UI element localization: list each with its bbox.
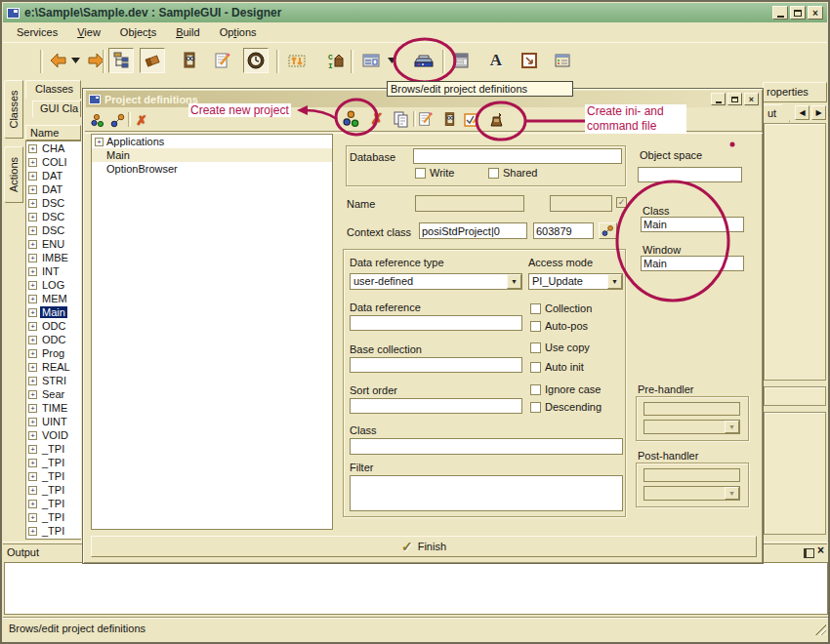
window-input[interactable] — [641, 256, 744, 271]
dialog-maximize-button[interactable] — [727, 93, 742, 105]
class-tree-item[interactable]: + VOID — [26, 428, 81, 442]
finish-button[interactable]: ✓ Finish — [91, 536, 757, 557]
class-tree-item[interactable]: + Prog — [26, 346, 81, 360]
descending-checkbox-row[interactable]: Descending — [530, 401, 602, 413]
ignore-case-checkbox[interactable] — [530, 384, 541, 395]
minimize-button[interactable] — [772, 6, 788, 20]
menu-item[interactable]: Options — [210, 24, 267, 40]
class-tree-item[interactable]: + _TPI — [26, 497, 81, 510]
output-console[interactable] — [4, 562, 828, 615]
link-item-button[interactable] — [108, 111, 126, 129]
expand-plus-icon[interactable]: + — [28, 377, 37, 385]
menu-item[interactable]: Objects — [110, 24, 166, 40]
classes-panel-caption-tab[interactable]: Classes — [25, 80, 81, 99]
expand-plus-icon[interactable]: + — [28, 404, 37, 413]
delete-item-button[interactable]: ✗ — [133, 111, 150, 129]
tab-classes-vertical[interactable]: Classes — [4, 80, 23, 139]
class-tree-item[interactable]: + DAT — [26, 182, 81, 196]
copy-button[interactable] — [391, 109, 410, 129]
write-checkbox-row[interactable]: Write — [415, 167, 454, 179]
expand-plus-icon[interactable]: + — [28, 486, 37, 495]
auto-init-checkbox[interactable] — [530, 362, 541, 373]
class-tree-item[interactable]: + ENU — [26, 237, 81, 251]
expand-plus-icon[interactable]: + — [28, 459, 37, 467]
expand-plus-icon[interactable]: + — [28, 226, 37, 235]
expand-plus-icon[interactable]: + — [28, 254, 37, 262]
edit-definition-button[interactable] — [416, 109, 436, 129]
expand-plus-icon[interactable]: + — [28, 295, 37, 303]
new-item-button[interactable] — [89, 111, 106, 129]
project-tree-item[interactable]: + Main — [92, 148, 332, 162]
form-dropdown[interactable] — [386, 48, 397, 73]
menu-item[interactable]: View — [67, 24, 110, 40]
class-input[interactable] — [350, 438, 623, 455]
project-tree-item[interactable]: + Applications — [92, 135, 332, 148]
delete-project-button[interactable]: ✗ — [367, 109, 387, 129]
class-tree-item[interactable]: + _TPI — [26, 510, 81, 524]
expand-plus-icon[interactable]: + — [28, 144, 37, 153]
class-tree-item[interactable]: + Main — [26, 305, 81, 319]
class-tree-item[interactable]: + Sear — [26, 387, 81, 401]
context-class-input[interactable] — [419, 222, 527, 239]
tab-scroll-right-button[interactable]: ▶ — [811, 105, 826, 120]
expand-plus-icon[interactable]: + — [28, 240, 37, 249]
dock-panel-icon[interactable] — [804, 548, 814, 558]
class-tree-item[interactable]: + _TPI — [26, 442, 81, 456]
class-tree-item[interactable]: + IMBE — [26, 251, 81, 264]
project-definitions-button[interactable] — [411, 48, 436, 73]
expand-plus-icon[interactable]: + — [28, 281, 37, 290]
expand-plus-icon[interactable]: + — [28, 431, 37, 440]
class-info-button[interactable]: CI — [323, 48, 349, 73]
class-tree-item[interactable]: + _TPI — [26, 524, 81, 538]
tab-actions-vertical[interactable]: Actions — [4, 146, 23, 203]
window-titlebar[interactable]: e:\Sample\Sample.dev : SampleGUI - Desig… — [3, 3, 827, 22]
class-tree-item[interactable]: + TIME — [26, 401, 81, 415]
maximize-button[interactable] — [790, 6, 806, 20]
ignore-case-checkbox-row[interactable]: Ignore case — [530, 383, 601, 395]
shared-checkbox[interactable] — [488, 168, 499, 179]
auto-pos-checkbox[interactable] — [530, 321, 541, 332]
class-tree-item[interactable]: + _TPI — [26, 483, 81, 497]
name-column-header[interactable]: Name — [25, 125, 81, 141]
properties-tab[interactable]: ut — [763, 104, 790, 122]
browse-definitions-button[interactable] — [439, 109, 459, 129]
base-collection-input[interactable] — [350, 357, 522, 373]
dialog-minimize-button[interactable] — [711, 93, 726, 105]
access-mode-select[interactable]: PI_Update ▼ — [528, 273, 623, 290]
menu-item[interactable]: Services — [7, 24, 67, 40]
class-tree-item[interactable]: + _TPI — [26, 469, 81, 483]
data-reference-type-select[interactable]: user-defined ▼ — [350, 273, 522, 290]
expand-plus-icon[interactable]: + — [28, 390, 37, 399]
tab-scroll-left-button[interactable]: ◀ — [795, 105, 809, 120]
descending-checkbox[interactable] — [530, 402, 541, 413]
class-tree-item[interactable]: + ODC — [26, 333, 81, 346]
form-button[interactable] — [358, 48, 384, 73]
data-reference-input[interactable] — [350, 315, 522, 331]
expand-plus-icon[interactable]: + — [28, 363, 37, 372]
back-button[interactable] — [46, 48, 71, 73]
class-tree-item[interactable]: + INT — [26, 264, 81, 278]
expand-plus-icon[interactable]: + — [28, 158, 37, 167]
collection-checkbox[interactable] — [530, 303, 541, 314]
grid-transfer-button[interactable] — [284, 48, 310, 73]
expand-plus-icon[interactable]: + — [28, 418, 37, 426]
shared-checkbox-row[interactable]: Shared — [488, 167, 537, 179]
dropdown-arrow-icon[interactable]: ▼ — [607, 274, 622, 289]
expand-plus-icon[interactable]: + — [28, 500, 37, 508]
class-tree-item[interactable]: + UINT — [26, 415, 81, 428]
create-ini-command-file-button[interactable] — [486, 109, 506, 129]
expand-plus-icon[interactable]: + — [28, 322, 37, 331]
expand-plus-icon[interactable]: + — [28, 336, 37, 344]
output-close-icon[interactable]: × — [817, 543, 824, 557]
clock-button[interactable] — [243, 48, 269, 73]
class-tree-item[interactable]: + REAL — [26, 360, 81, 374]
expand-plus-icon[interactable]: + — [28, 213, 37, 221]
class-tree-item[interactable]: + ODC — [26, 319, 81, 333]
class-tree-item[interactable]: + MEM — [26, 292, 81, 305]
resize-grip[interactable] — [814, 624, 826, 635]
expand-plus-icon[interactable]: + — [28, 513, 37, 522]
use-copy-checkbox-row[interactable]: Use copy — [530, 342, 590, 353]
close-button[interactable]: × — [808, 6, 823, 20]
check-definition-button[interactable] — [462, 109, 481, 129]
collection-checkbox-row[interactable]: Collection — [530, 302, 592, 314]
